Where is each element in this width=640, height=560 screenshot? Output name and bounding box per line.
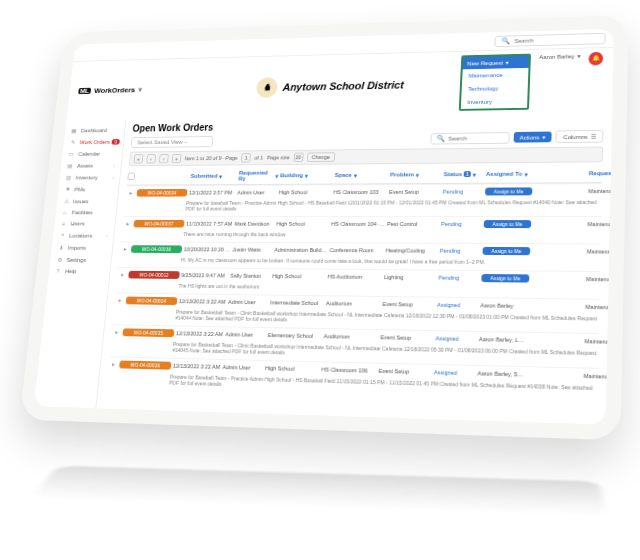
- pager-first-button[interactable]: «: [134, 154, 144, 163]
- work-order-chip[interactable]: WO-04-00026: [119, 360, 171, 369]
- columns-label: Columns: [563, 133, 588, 139]
- pager-pagesize-input[interactable]: 20: [293, 153, 303, 162]
- cell-problem: Lighting: [384, 274, 437, 280]
- cell-status[interactable]: Assigned: [434, 369, 476, 376]
- columns-button[interactable]: Columns ☰: [556, 130, 604, 143]
- row-expand-icon[interactable]: ▸: [120, 246, 130, 252]
- sidebar-item-label: PMs: [74, 186, 85, 192]
- search-icon: 🔍: [436, 134, 445, 142]
- cell-building: Elementary School: [268, 332, 322, 339]
- sidebar-icon: ▭: [68, 150, 76, 156]
- cell-requested-by: Admin User: [222, 363, 263, 370]
- sidebar-item-facilities[interactable]: ⌂Facilities: [55, 207, 116, 218]
- pager-page-input[interactable]: 1: [241, 153, 251, 162]
- sidebar-item-issues[interactable]: ⚠Issues: [57, 195, 118, 207]
- current-user[interactable]: Aaron Barley ▾: [539, 52, 581, 60]
- sidebar-icon: ⚠: [62, 198, 70, 204]
- col-problem[interactable]: Problem ▾: [390, 171, 442, 178]
- new-request-menu[interactable]: New Request ▾ Maintenance Technology Inv…: [459, 54, 531, 111]
- col-requested-by[interactable]: Requested By ▾: [238, 170, 278, 182]
- cell-requested-by: Mark Davidson: [235, 220, 275, 226]
- pager-change-button[interactable]: Change: [306, 152, 335, 162]
- cell-status[interactable]: Pending: [438, 274, 479, 280]
- global-search-input[interactable]: [514, 35, 595, 43]
- cell-submitted: 12/1/2022 2:57 PM: [189, 189, 236, 195]
- col-status[interactable]: Status 1 ▾: [444, 171, 485, 178]
- table-row[interactable]: ▸WO-04-0003711/10/2022 7:57 AMMark David…: [122, 216, 601, 230]
- col-checkbox[interactable]: [127, 172, 137, 180]
- chevron-down-icon: ▾: [275, 172, 278, 179]
- cell-status[interactable]: Pending: [443, 188, 484, 194]
- pager-next-button[interactable]: ›: [159, 154, 169, 163]
- col-space[interactable]: Space ▾: [334, 171, 388, 178]
- assign-to-me-button[interactable]: Assign to Me: [481, 273, 529, 282]
- saved-view-select[interactable]: Select Saved View –: [131, 136, 214, 148]
- district-name: Anytown School District: [282, 79, 404, 93]
- assign-to-me-button[interactable]: Assign to Me: [485, 187, 532, 195]
- pager-prev-button[interactable]: ‹: [146, 154, 156, 163]
- row-expand-icon[interactable]: ▸: [123, 220, 133, 226]
- new-request-option-technology[interactable]: Technology: [462, 81, 529, 96]
- sidebar-badge: 9: [112, 139, 120, 145]
- cell-status[interactable]: Assigned: [437, 301, 478, 308]
- sidebar-item-pms[interactable]: ⚑PMs: [58, 183, 119, 195]
- assign-to-me-button[interactable]: Assign to Me: [484, 220, 532, 228]
- cell-building: Intermediate School: [270, 299, 324, 306]
- work-order-chip[interactable]: WO-04-00025: [122, 328, 174, 337]
- col-assigned-to[interactable]: Assigned To ▾: [486, 170, 533, 177]
- table-header: Submitted ▾ Requested By ▾ Building ▾ Sp…: [127, 164, 603, 185]
- new-request-option-inventory[interactable]: Inventory: [461, 94, 528, 109]
- row-expand-icon[interactable]: ▸: [115, 297, 125, 303]
- work-order-chip[interactable]: WO-04-00024: [126, 296, 178, 304]
- cell-status[interactable]: Assigned: [435, 335, 477, 342]
- col-request-type[interactable]: Request Type ▾: [589, 169, 612, 176]
- notification-bell-icon[interactable]: 🔔: [588, 52, 603, 66]
- cell-request-type: Maintenance: [586, 275, 612, 282]
- cell-problem: Heating/Cooling: [386, 247, 438, 253]
- chevron-down-icon: ▾: [473, 171, 476, 178]
- assign-to-me-button[interactable]: Assign to Me: [482, 246, 530, 254]
- new-request-label: New Request: [467, 60, 503, 66]
- cell-status[interactable]: Pending: [440, 247, 481, 253]
- row-expand-icon[interactable]: ▸: [117, 271, 127, 277]
- sidebar-item-help[interactable]: ?Help: [49, 265, 111, 277]
- sidebar-item-assets[interactable]: ▤Assets›: [61, 159, 122, 171]
- cell-requested-by: Admin User: [225, 331, 266, 338]
- table-search-input[interactable]: [448, 135, 503, 141]
- cell-request-type: Maintenance: [587, 221, 612, 227]
- cell-request-type: Maintenance: [587, 248, 612, 254]
- table-search[interactable]: 🔍: [430, 132, 510, 144]
- chevron-down-icon[interactable]: ▾: [138, 86, 142, 94]
- row-expand-icon[interactable]: ▸: [111, 329, 121, 335]
- sidebar-item-inventory[interactable]: ▥Inventory›: [59, 171, 120, 183]
- user-name: Aaron Barley: [539, 53, 574, 60]
- row-expand-icon[interactable]: ▸: [108, 361, 118, 367]
- global-search[interactable]: 🔍: [494, 32, 605, 46]
- sidebar-item-label: Calendar: [78, 151, 100, 157]
- sidebar-item-dashboard[interactable]: ▦Dashboard: [65, 124, 125, 137]
- sidebar-item-label: Work Orders: [80, 139, 111, 145]
- cell-problem: Event Setup: [380, 334, 433, 341]
- sidebar-item-work-orders[interactable]: ✎Work Orders9: [63, 135, 124, 147]
- pager-pagesize-label: Page size: [267, 155, 290, 161]
- actions-button[interactable]: Actions ▾: [513, 132, 552, 143]
- table-row[interactable]: ▸WO-04-0003412/1/2022 2:57 PMAdmin UserH…: [125, 183, 602, 198]
- row-expand-icon[interactable]: ▸: [126, 190, 136, 196]
- pager-last-button[interactable]: »: [172, 154, 182, 163]
- col-submitted[interactable]: Submitted ▾: [190, 172, 237, 179]
- sidebar-item-settings[interactable]: ⚙Settings: [50, 253, 112, 266]
- cell-assigned-to: Aaron Barley: [480, 302, 528, 309]
- sidebar-item-imports[interactable]: ⬇Imports: [51, 241, 113, 253]
- sidebar-item-users[interactable]: ☺Users: [54, 218, 115, 229]
- work-order-chip[interactable]: WO-04-00037: [133, 219, 184, 227]
- work-order-chip[interactable]: WO-04-00012: [128, 270, 180, 278]
- sidebar-item-locations[interactable]: ⌖Locations›: [53, 229, 114, 241]
- col-building[interactable]: Building ▾: [280, 172, 333, 179]
- cell-submitted: 10/20/2022 10:20 AM: [184, 246, 231, 252]
- sidebar-item-calendar[interactable]: ▭Calendar: [62, 147, 123, 159]
- cell-space: Auditorium: [324, 333, 379, 340]
- cell-requested-by: Justin Watts: [232, 246, 272, 252]
- work-order-chip[interactable]: WO-04-00036: [131, 245, 182, 253]
- cell-status[interactable]: Pending: [441, 221, 482, 227]
- work-order-chip[interactable]: WO-04-00034: [137, 189, 188, 197]
